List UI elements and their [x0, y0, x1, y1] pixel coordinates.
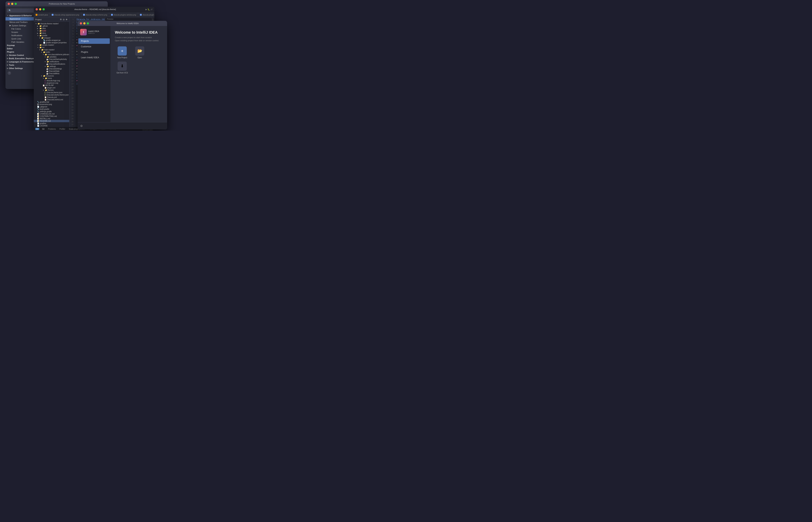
- tree-item-dracula-xml[interactable]: 📋 Dracula.xml: [34, 96, 69, 98]
- project-toolbar-btn-3[interactable]: ⊕: [65, 18, 68, 21]
- welcome-action-new-project[interactable]: + New Project: [115, 46, 129, 59]
- tree-item-build[interactable]: ▼ 📁 build: [34, 29, 69, 32]
- status-tab-profiler[interactable]: Profiler: [59, 128, 66, 130]
- folder-icon-resources: 📁: [43, 75, 45, 77]
- ide-close-button[interactable]: [36, 8, 38, 11]
- tree-item-gradlew-bat[interactable]: 🔧 gradlew.bat: [34, 101, 69, 103]
- tab-setup-appearance[interactable]: dracula-setup-appearance.png: [50, 13, 81, 17]
- tree-item-dracula-meta[interactable]: ☕ DraculaMeta: [34, 72, 69, 75]
- tree-item-dracula-settings[interactable]: ☕ DraculaSettings: [34, 67, 69, 70]
- tree-item-dracula-colorful-xml[interactable]: 📋 DraculaColorful.xml: [34, 98, 69, 101]
- arrow-build: ▼: [37, 30, 39, 32]
- tree-item-main[interactable]: ▼ 📁 main master/: [34, 48, 69, 51]
- folder-icon-settings: 📁: [47, 65, 49, 67]
- tree-item-plugin-xml[interactable]: 📋 plugin.xml: [34, 86, 69, 89]
- file-icon-dracula-colorful-json: { }: [44, 94, 46, 96]
- search-input[interactable]: [11, 9, 36, 12]
- tree-item-changelog[interactable]: 📝 CHANGELOG.md: [34, 113, 69, 115]
- tree-item-github[interactable]: ▶ 📁 .github: [34, 25, 69, 27]
- tree-item-idea[interactable]: ▶ 📁 idea: [34, 27, 69, 29]
- welcome-actions: + New Project 📂 Open ⬇ Get from VCS: [115, 46, 163, 74]
- file-icon-startup: ☕: [46, 58, 48, 60]
- project-label: Project: [35, 18, 41, 21]
- tree-item-contributing[interactable]: 📝 CONTRIBUTING.md: [34, 115, 69, 117]
- tree-item-dracula-state[interactable]: ☕ DraculaState: [34, 70, 69, 72]
- tree-item-notifications-folder[interactable]: ▼ 📁 notifications: [34, 60, 69, 63]
- tree-item-screenshot[interactable]: 🖼 screenshot.png: [34, 103, 69, 105]
- file-icon-dracula-meta: ☕: [46, 73, 48, 75]
- welcome-close-button[interactable]: [80, 22, 82, 24]
- tree-item-src[interactable]: ▼ 📁 src: [34, 46, 69, 48]
- tree-item-settings-folder[interactable]: ▼ 📁 settings: [34, 65, 69, 67]
- tree-item-scripts[interactable]: ▼ 📁 scripts master/: [34, 44, 69, 46]
- search-box[interactable]: 🔍: [7, 8, 38, 13]
- welcome-nav-learn[interactable]: Learn IntelliJ IDEA: [78, 55, 110, 60]
- tree-item-com[interactable]: ▼ 📁 com.draculatheme.jetbrains: [34, 53, 69, 56]
- tree-item-install[interactable]: 📝 INSTALL.md: [34, 117, 69, 120]
- tree-item-kotlin[interactable]: ▼ 📁 kotlin: [34, 51, 69, 53]
- tab-plugin-install[interactable]: dracula-plugin-install.png: [138, 13, 154, 17]
- tree-item-docs[interactable]: ▶ 📁 docs: [34, 32, 69, 34]
- ide-maximize-button[interactable]: [43, 8, 45, 11]
- project-toolbar-btn-2[interactable]: ◎: [62, 18, 65, 21]
- folder-icon-wrapper: 📁: [41, 37, 43, 39]
- file-icon-meta-inf: 📋: [43, 84, 45, 86]
- git-indicator[interactable]: Git: [35, 128, 39, 130]
- tree-item-readme[interactable]: 📝 README.md: [34, 120, 69, 122]
- tree-item-wrapper[interactable]: ▼ 📁 wrapper: [34, 37, 69, 39]
- tab-icon-scratch: [36, 14, 37, 16]
- open-label: Open: [138, 57, 142, 59]
- tree-item-root[interactable]: ▼ 📁 dracula-theme master/: [34, 22, 69, 25]
- tab-setup-scheme[interactable]: dracula-setup-scheme.png: [81, 13, 109, 17]
- git-icon[interactable]: ⎇: [150, 8, 153, 11]
- tree-item-dracula-colorful-json[interactable]: { } DraculaColorful.theme.json: [34, 94, 69, 96]
- welcome-nav-customize[interactable]: Customize: [78, 44, 110, 49]
- ide-minimize-button[interactable]: [39, 8, 41, 11]
- welcome-minimize-button[interactable]: [83, 22, 85, 24]
- tree-item-meta-inf[interactable]: 📋 META-INF: [34, 84, 69, 86]
- chevron-right-icon-lang: ▶: [7, 61, 8, 63]
- tree-item-license[interactable]: 📄 LICENSE: [34, 124, 69, 127]
- arrow-github: ▶: [37, 25, 39, 27]
- welcome-maximize-button[interactable]: [87, 22, 89, 24]
- maximize-button[interactable]: [15, 3, 17, 5]
- tree-item-dracula-theme-json[interactable]: { } Dracula.theme.json: [34, 91, 69, 94]
- folder-icon-main: 📁: [41, 49, 43, 51]
- close-button[interactable]: [8, 3, 10, 5]
- tree-item-icons-folder[interactable]: ▼ 📁 icons: [34, 77, 69, 79]
- welcome-action-get-from-vcs[interactable]: ⬇ Get from VCS: [115, 62, 129, 74]
- tree-item-activities[interactable]: ▼ 📁 activities: [34, 56, 69, 58]
- settings-gear-icon[interactable]: ⚙: [80, 124, 83, 128]
- tree-item-dracula-logo-svg[interactable]: ⬡ dracula-logo.svg: [34, 79, 69, 82]
- tab-icon-setup-scheme: [83, 14, 85, 16]
- status-tab-git[interactable]: Git: [41, 128, 45, 130]
- debug-icon[interactable]: 🐛: [147, 8, 150, 11]
- tree-item-build-gradle[interactable]: 🔧 build.gradle: [34, 108, 69, 110]
- chevron-right-icon-vc: ▶: [7, 54, 8, 56]
- folder-icon-root: 📁: [38, 23, 40, 25]
- run-icon[interactable]: ▶: [146, 8, 147, 11]
- tree-item-wrapper-jar[interactable]: 🔩 gradle-wrapper.jar: [34, 39, 69, 41]
- tree-item-settings-gradle[interactable]: 🔧 settings.gradle: [34, 110, 69, 113]
- arrow-wrapper: ▼: [39, 37, 41, 39]
- status-tab-problems[interactable]: Problems: [47, 128, 57, 130]
- tree-item-resources[interactable]: ▼ 📁 resources: [34, 75, 69, 77]
- tree-item-dracula-notifs[interactable]: ☕ DraculaNotifications: [34, 63, 69, 65]
- minimize-button[interactable]: [11, 3, 13, 5]
- tab-scratch[interactable]: scratch.java: [34, 13, 50, 17]
- welcome-action-open[interactable]: 📂 Open: [133, 46, 147, 59]
- tree-item-gradle[interactable]: ▼ 📁 gradle: [34, 34, 69, 37]
- tree-item-pluginicon-svg[interactable]: ⬡ pluginicon.svg: [34, 82, 69, 84]
- tree-item-startup[interactable]: ☕ DraculaStartupActivity: [34, 58, 69, 60]
- arrow-main: ▼: [39, 49, 41, 51]
- welcome-subtitle: Create a new project to start from scrat…: [115, 36, 163, 42]
- welcome-nav-projects[interactable]: Projects: [78, 38, 110, 44]
- tree-item-gitignore[interactable]: 📄 .gitignore: [34, 105, 69, 108]
- tree-item-themes-folder[interactable]: ▼ 📁 themes: [34, 89, 69, 91]
- tree-item-wrapper-props[interactable]: 📄 gradle-wrapper.properties: [34, 41, 69, 44]
- tree-item-gradlew[interactable]: 📄 gradlew: [34, 122, 69, 124]
- welcome-nav-plugins[interactable]: Plugins: [78, 49, 110, 55]
- tab-plugins-window[interactable]: dracula-plugins-window.png: [109, 13, 138, 17]
- help-icon[interactable]: ?: [8, 72, 11, 75]
- project-toolbar-btn-1[interactable]: ⚙: [60, 18, 62, 21]
